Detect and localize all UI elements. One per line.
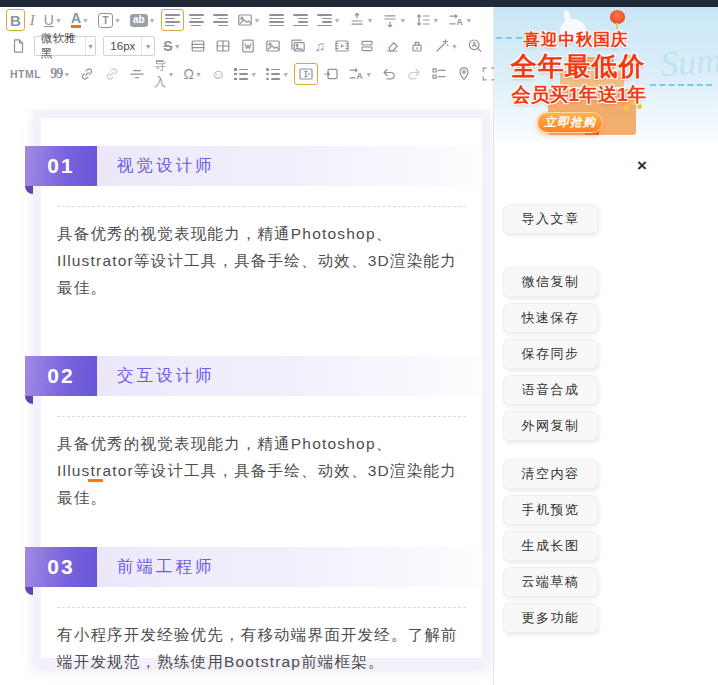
insert-table-icon [190, 38, 206, 54]
html-mode-button[interactable]: HTML [6, 63, 45, 85]
import-menu-button[interactable]: 导入▼ [150, 63, 178, 85]
line-height-button[interactable]: ▼ [411, 9, 443, 31]
section-number-badge[interactable]: 02 [25, 356, 97, 396]
buy-now-button[interactable]: 立即抢购 [537, 112, 603, 133]
remove-link-button[interactable] [100, 63, 124, 85]
magic-layout-button[interactable]: ▼ [430, 35, 462, 57]
import-article-button[interactable]: 导入文章 [503, 204, 598, 234]
insert-image-button[interactable] [261, 35, 285, 57]
dropdown-caret: ▼ [333, 17, 340, 24]
split-section-button[interactable] [355, 35, 379, 57]
section-title[interactable]: 视觉设计师 [97, 146, 482, 186]
image-position-button[interactable]: ▼ [233, 9, 265, 31]
section-body-text[interactable]: 具备优秀的视觉表现能力，精通Photoshop、Illustrator等设计工具… [57, 430, 466, 511]
insert-textbox-icon [323, 66, 339, 82]
dropdown-caret: ▼ [465, 17, 472, 24]
section-body-text[interactable]: 有小程序开发经验优先，有移动端界面开发经。了解前端开发规范，熟练使用Bootst… [57, 621, 466, 675]
table-grid-button[interactable] [211, 35, 235, 57]
indent-button[interactable]: ▼ [313, 9, 344, 31]
section-body-text[interactable]: 具备优秀的视觉表现能力，精通Photoshop、Illustrator等设计工具… [57, 220, 466, 301]
section-number-badge[interactable]: 01 [25, 146, 97, 186]
font-color-button[interactable]: A▼ [67, 9, 93, 31]
align-right-button[interactable] [209, 9, 232, 31]
section-title[interactable]: 前端工程师 [97, 547, 482, 587]
redo-icon [406, 66, 422, 82]
dropdown-caret: ▼ [365, 71, 372, 78]
special-character-button[interactable]: Ω▼ [180, 63, 206, 85]
dropdown-caret: ▼ [82, 17, 89, 24]
emoji-icon: ☺ [211, 67, 225, 81]
format-painter-button[interactable] [405, 35, 429, 57]
word-import-button[interactable] [236, 35, 260, 57]
insert-link-button[interactable] [75, 63, 99, 85]
external-copy-button[interactable]: 外网复制 [503, 411, 598, 441]
bold-icon: B [10, 13, 21, 28]
more-features-button[interactable]: 更多功能 [503, 603, 598, 633]
cloud-drafts-button[interactable]: 云端草稿 [503, 567, 598, 597]
horizontal-rule-button[interactable] [125, 63, 149, 85]
generate-long-image-button[interactable]: 生成长图 [503, 531, 598, 561]
font-family-select[interactable]: 微软雅黑▼ [34, 36, 96, 56]
section-ribbon: 01视觉设计师 [25, 146, 482, 186]
clear-content-button[interactable]: 清空内容 [503, 459, 598, 489]
map-location-button[interactable] [452, 63, 476, 85]
justify-button[interactable] [265, 9, 288, 31]
text-layout-button[interactable]: A▼ [344, 63, 376, 85]
insert-audio-button[interactable]: ♫ [311, 35, 330, 57]
wechat-copy-button[interactable]: 微信复制 [503, 267, 598, 297]
align-center-button[interactable] [185, 9, 208, 31]
font-size-select[interactable]: 16px▼ [103, 36, 155, 56]
quick-save-button[interactable]: 快速保存 [503, 303, 598, 333]
insert-video-button[interactable] [330, 35, 354, 57]
space-after-paragraph-button[interactable]: ▼ [378, 9, 410, 31]
space-before-paragraph-button[interactable]: ▼ [345, 9, 377, 31]
side-panel: Sum 喜迎中秋国庆 全年最低价 会员买1年送1年 立即抢购 × 导入文章微信复… [494, 7, 718, 685]
new-document-button[interactable] [6, 35, 30, 57]
emoji-button[interactable]: ☺ [207, 63, 229, 85]
insert-textbox-button[interactable] [319, 63, 343, 85]
remove-link-icon [104, 66, 120, 82]
find-replace-button[interactable]: A [463, 35, 487, 57]
toolbar-row-2: 微软雅黑▼16px▼S▼♫▼A [0, 33, 493, 59]
editor-canvas[interactable]: 01视觉设计师具备优秀的视觉表现能力，精通Photoshop、Illustrat… [0, 89, 493, 685]
promo-line-3: 会员买1年送1年 [494, 82, 669, 108]
find-replace-icon: A [467, 38, 483, 54]
chevron-down-icon: ▼ [85, 37, 96, 55]
cursor-position-button[interactable] [294, 63, 318, 85]
dropdown-caret: ▼ [250, 71, 257, 78]
job-section-01: 01视觉设计师具备优秀的视觉表现能力，精通Photoshop、Illustrat… [41, 146, 482, 301]
section-number-badge[interactable]: 03 [25, 547, 97, 587]
text-style-button[interactable]: T▼ [94, 9, 125, 31]
redo-button[interactable] [402, 63, 426, 85]
insert-table-button[interactable] [186, 35, 210, 57]
unordered-list-icon [266, 68, 281, 80]
dropdown-caret: ▼ [55, 17, 62, 24]
ordered-list-button[interactable]: ▼ [230, 63, 261, 85]
blockquote-button[interactable]: 99▼ [46, 63, 74, 85]
section-title[interactable]: 交互设计师 [97, 356, 482, 396]
promo-banner[interactable]: Sum 喜迎中秋国庆 全年最低价 会员买1年送1年 立即抢购 [494, 7, 718, 145]
insert-image-icon [265, 38, 281, 54]
highlight-color-button[interactable]: ab▼ [126, 9, 160, 31]
dropdown-caret: ▼ [254, 17, 261, 24]
unordered-list-button[interactable]: ▼ [262, 63, 293, 85]
insert-audio-icon: ♫ [315, 39, 326, 53]
undo-button[interactable] [377, 63, 401, 85]
word-import-icon [240, 38, 256, 54]
strikethrough-button[interactable]: S▼ [159, 35, 184, 57]
image-gallery-button[interactable] [286, 35, 310, 57]
todo-list-button[interactable] [427, 63, 451, 85]
svg-text:A: A [457, 17, 463, 27]
align-left-button[interactable] [161, 9, 184, 31]
letter-spacing-button[interactable]: A▼ [444, 9, 476, 31]
eraser-button[interactable] [380, 35, 404, 57]
italic-button[interactable]: I [26, 9, 39, 31]
space-after-paragraph-icon [382, 12, 398, 28]
phone-preview-button[interactable]: 手机预览 [503, 495, 598, 525]
save-sync-button[interactable]: 保存同步 [503, 339, 598, 369]
speech-synthesis-button[interactable]: 语音合成 [503, 375, 598, 405]
underline-button[interactable]: U▼ [40, 9, 66, 31]
indent-first-line-button[interactable] [289, 9, 312, 31]
bold-button[interactable]: B [6, 9, 25, 31]
close-panel-button[interactable]: × [632, 155, 652, 175]
